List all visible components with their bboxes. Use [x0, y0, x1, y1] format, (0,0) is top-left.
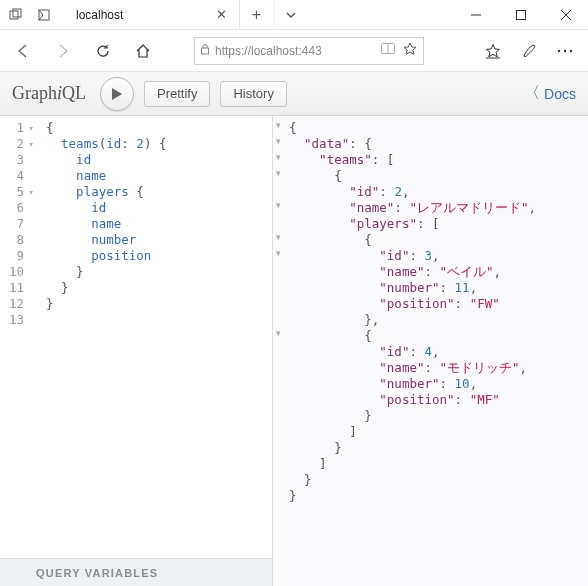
- window-close-button[interactable]: [543, 0, 588, 29]
- graphiql-toolbar: GraphiQL Prettify History 〈 Docs: [0, 72, 588, 116]
- window-minimize-button[interactable]: [453, 0, 498, 29]
- svg-rect-0: [10, 11, 18, 19]
- home-button[interactable]: [126, 34, 160, 68]
- browser-tab[interactable]: localhost ✕: [60, 0, 240, 29]
- browser-navbar: [0, 30, 588, 72]
- back-button[interactable]: [6, 34, 40, 68]
- more-menu-icon[interactable]: [548, 34, 582, 68]
- graphiql-logo: GraphiQL: [12, 83, 86, 104]
- svg-point-12: [564, 49, 566, 51]
- window-maximize-button[interactable]: [498, 0, 543, 29]
- tab-close-icon[interactable]: ✕: [213, 7, 229, 22]
- forward-button[interactable]: [46, 34, 80, 68]
- execute-button[interactable]: [100, 77, 134, 111]
- svg-rect-7: [202, 48, 209, 54]
- svg-rect-1: [13, 9, 21, 17]
- notes-icon[interactable]: [512, 34, 546, 68]
- chevron-left-icon: 〈: [524, 83, 540, 104]
- editor-area: 12345678910111213 { teams(id: 2) { id na…: [0, 116, 588, 586]
- set-aside-icon[interactable]: [34, 5, 54, 25]
- prettify-button[interactable]: Prettify: [144, 81, 210, 107]
- result-gutter: ▾▾▾▾▾▾▾▾: [273, 116, 287, 586]
- result-code[interactable]: { "data": { "teams": [ { "id": 2, "name"…: [273, 116, 588, 504]
- favorite-star-icon[interactable]: [401, 42, 419, 59]
- result-pane: ▾▾▾▾▾▾▾▾ { "data": { "teams": [ { "id": …: [273, 116, 588, 586]
- url-input[interactable]: [215, 44, 375, 58]
- query-code[interactable]: { teams(id: 2) { id name players { id na…: [32, 120, 272, 558]
- refresh-button[interactable]: [86, 34, 120, 68]
- tabs-dropdown-icon[interactable]: [274, 0, 308, 29]
- query-pane: 12345678910111213 { teams(id: 2) { id na…: [0, 116, 273, 586]
- svg-rect-4: [516, 10, 525, 19]
- docs-toggle[interactable]: 〈 Docs: [524, 83, 576, 104]
- tab-title: localhost: [76, 8, 213, 22]
- new-tab-button[interactable]: +: [240, 0, 274, 29]
- reading-view-icon[interactable]: [379, 43, 397, 58]
- favorites-hub-icon[interactable]: [476, 34, 510, 68]
- lock-icon: [199, 43, 211, 58]
- query-variables-bar[interactable]: QUERY VARIABLES: [0, 558, 272, 586]
- history-button[interactable]: History: [220, 81, 286, 107]
- svg-point-13: [570, 49, 572, 51]
- query-editor[interactable]: 12345678910111213 { teams(id: 2) { id na…: [0, 116, 272, 558]
- tab-actions-icon[interactable]: [6, 5, 26, 25]
- query-gutter: 12345678910111213: [0, 120, 32, 558]
- address-bar[interactable]: [194, 37, 424, 65]
- svg-point-11: [558, 49, 560, 51]
- browser-titlebar: localhost ✕ +: [0, 0, 588, 30]
